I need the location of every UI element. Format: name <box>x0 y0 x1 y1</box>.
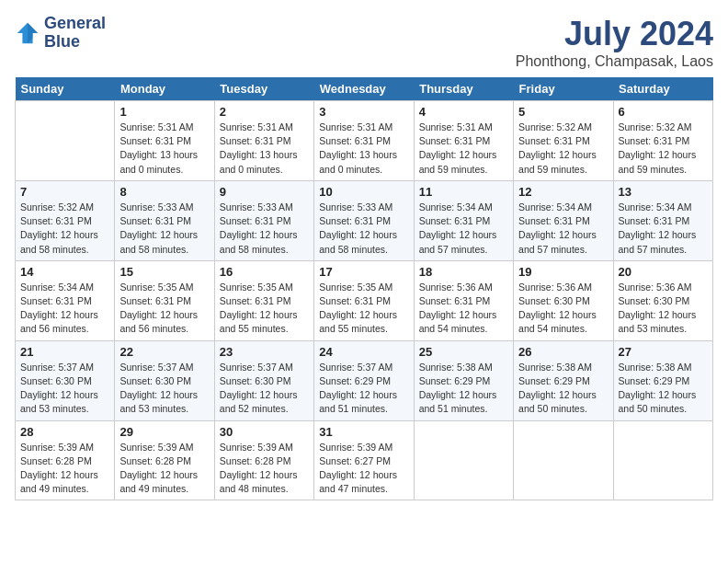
day-info: Sunrise: 5:34 AMSunset: 6:31 PMDaylight:… <box>20 281 109 337</box>
weekday-header: Saturday <box>613 77 712 101</box>
day-info: Sunrise: 5:33 AMSunset: 6:31 PMDaylight:… <box>119 201 209 257</box>
logo: General Blue <box>15 15 106 52</box>
calendar-cell: 23Sunrise: 5:37 AMSunset: 6:30 PMDayligh… <box>214 340 313 420</box>
day-info: Sunrise: 5:37 AMSunset: 6:30 PMDaylight:… <box>119 361 209 417</box>
day-number: 22 <box>119 345 209 359</box>
day-info: Sunrise: 5:31 AMSunset: 6:31 PMDaylight:… <box>119 121 209 177</box>
day-number: 13 <box>619 185 708 199</box>
calendar-cell <box>16 101 115 181</box>
day-number: 18 <box>419 265 508 279</box>
day-number: 15 <box>119 265 209 279</box>
calendar-cell: 3Sunrise: 5:31 AMSunset: 6:31 PMDaylight… <box>314 101 414 181</box>
day-number: 11 <box>419 185 508 199</box>
calendar-cell: 9Sunrise: 5:33 AMSunset: 6:31 PMDaylight… <box>214 180 313 260</box>
calendar-week-row: 1Sunrise: 5:31 AMSunset: 6:31 PMDaylight… <box>16 101 713 181</box>
logo-icon <box>15 20 40 46</box>
calendar-cell: 29Sunrise: 5:39 AMSunset: 6:28 PMDayligh… <box>115 420 214 500</box>
day-number: 16 <box>220 265 309 279</box>
calendar-cell: 25Sunrise: 5:38 AMSunset: 6:29 PMDayligh… <box>414 340 513 420</box>
calendar-cell: 17Sunrise: 5:35 AMSunset: 6:31 PMDayligh… <box>314 260 414 340</box>
day-info: Sunrise: 5:39 AMSunset: 6:28 PMDaylight:… <box>20 441 109 497</box>
calendar-cell: 8Sunrise: 5:33 AMSunset: 6:31 PMDaylight… <box>115 180 214 260</box>
day-info: Sunrise: 5:36 AMSunset: 6:31 PMDaylight:… <box>419 281 508 337</box>
day-number: 1 <box>119 105 209 119</box>
day-number: 7 <box>20 185 109 199</box>
day-number: 28 <box>20 425 109 439</box>
day-info: Sunrise: 5:35 AMSunset: 6:31 PMDaylight:… <box>220 281 309 337</box>
day-info: Sunrise: 5:38 AMSunset: 6:29 PMDaylight:… <box>419 361 508 417</box>
day-number: 29 <box>119 425 209 439</box>
calendar-cell: 13Sunrise: 5:34 AMSunset: 6:31 PMDayligh… <box>613 180 712 260</box>
day-number: 19 <box>518 265 608 279</box>
calendar-cell: 21Sunrise: 5:37 AMSunset: 6:30 PMDayligh… <box>16 340 115 420</box>
calendar-cell <box>414 420 513 500</box>
calendar-week-row: 14Sunrise: 5:34 AMSunset: 6:31 PMDayligh… <box>16 260 713 340</box>
weekday-header: Monday <box>115 77 214 101</box>
day-info: Sunrise: 5:34 AMSunset: 6:31 PMDaylight:… <box>619 201 708 257</box>
day-number: 31 <box>319 425 408 439</box>
calendar-week-row: 28Sunrise: 5:39 AMSunset: 6:28 PMDayligh… <box>16 420 713 500</box>
day-number: 3 <box>319 105 408 119</box>
calendar-cell: 27Sunrise: 5:38 AMSunset: 6:29 PMDayligh… <box>613 340 712 420</box>
weekday-header: Friday <box>514 77 613 101</box>
calendar-table: SundayMondayTuesdayWednesdayThursdayFrid… <box>15 77 713 500</box>
day-info: Sunrise: 5:31 AMSunset: 6:31 PMDaylight:… <box>220 121 309 177</box>
day-number: 14 <box>20 265 109 279</box>
day-number: 25 <box>419 345 508 359</box>
calendar-cell: 2Sunrise: 5:31 AMSunset: 6:31 PMDaylight… <box>214 101 313 181</box>
day-info: Sunrise: 5:31 AMSunset: 6:31 PMDaylight:… <box>319 121 408 177</box>
calendar-cell: 20Sunrise: 5:36 AMSunset: 6:30 PMDayligh… <box>613 260 712 340</box>
day-info: Sunrise: 5:36 AMSunset: 6:30 PMDaylight:… <box>518 281 608 337</box>
day-info: Sunrise: 5:37 AMSunset: 6:30 PMDaylight:… <box>20 361 109 417</box>
title-block: July 2024 Phonthong, Champasak, Laos <box>516 15 713 70</box>
day-number: 23 <box>220 345 309 359</box>
day-info: Sunrise: 5:35 AMSunset: 6:31 PMDaylight:… <box>119 281 209 337</box>
day-number: 9 <box>220 185 309 199</box>
day-number: 21 <box>20 345 109 359</box>
day-info: Sunrise: 5:31 AMSunset: 6:31 PMDaylight:… <box>419 121 508 177</box>
calendar-cell: 4Sunrise: 5:31 AMSunset: 6:31 PMDaylight… <box>414 101 513 181</box>
day-number: 17 <box>319 265 408 279</box>
day-number: 4 <box>419 105 508 119</box>
calendar-cell: 22Sunrise: 5:37 AMSunset: 6:30 PMDayligh… <box>115 340 214 420</box>
calendar-week-row: 7Sunrise: 5:32 AMSunset: 6:31 PMDaylight… <box>16 180 713 260</box>
day-number: 8 <box>119 185 209 199</box>
day-info: Sunrise: 5:38 AMSunset: 6:29 PMDaylight:… <box>518 361 608 417</box>
day-number: 6 <box>619 105 708 119</box>
calendar-cell: 18Sunrise: 5:36 AMSunset: 6:31 PMDayligh… <box>414 260 513 340</box>
weekday-header: Thursday <box>414 77 513 101</box>
day-info: Sunrise: 5:32 AMSunset: 6:31 PMDaylight:… <box>518 121 608 177</box>
calendar-cell: 19Sunrise: 5:36 AMSunset: 6:30 PMDayligh… <box>514 260 613 340</box>
page-header: General Blue July 2024 Phonthong, Champa… <box>15 15 713 70</box>
day-info: Sunrise: 5:36 AMSunset: 6:30 PMDaylight:… <box>619 281 708 337</box>
calendar-cell: 31Sunrise: 5:39 AMSunset: 6:27 PMDayligh… <box>314 420 414 500</box>
day-info: Sunrise: 5:33 AMSunset: 6:31 PMDaylight:… <box>319 201 408 257</box>
day-info: Sunrise: 5:32 AMSunset: 6:31 PMDaylight:… <box>20 201 109 257</box>
day-number: 12 <box>518 185 608 199</box>
calendar-cell: 5Sunrise: 5:32 AMSunset: 6:31 PMDaylight… <box>514 101 613 181</box>
day-number: 10 <box>319 185 408 199</box>
day-number: 26 <box>518 345 608 359</box>
location: Phonthong, Champasak, Laos <box>516 53 713 70</box>
day-info: Sunrise: 5:34 AMSunset: 6:31 PMDaylight:… <box>518 201 608 257</box>
calendar-cell: 6Sunrise: 5:32 AMSunset: 6:31 PMDaylight… <box>613 101 712 181</box>
day-info: Sunrise: 5:32 AMSunset: 6:31 PMDaylight:… <box>619 121 708 177</box>
day-number: 30 <box>220 425 309 439</box>
day-number: 5 <box>518 105 608 119</box>
day-number: 27 <box>619 345 708 359</box>
day-number: 24 <box>319 345 408 359</box>
calendar-cell: 10Sunrise: 5:33 AMSunset: 6:31 PMDayligh… <box>314 180 414 260</box>
calendar-cell: 14Sunrise: 5:34 AMSunset: 6:31 PMDayligh… <box>16 260 115 340</box>
calendar-cell <box>613 420 712 500</box>
weekday-header-row: SundayMondayTuesdayWednesdayThursdayFrid… <box>16 77 713 101</box>
day-number: 20 <box>619 265 708 279</box>
logo-text: General Blue <box>44 15 106 52</box>
calendar-cell: 15Sunrise: 5:35 AMSunset: 6:31 PMDayligh… <box>115 260 214 340</box>
calendar-cell: 28Sunrise: 5:39 AMSunset: 6:28 PMDayligh… <box>16 420 115 500</box>
day-info: Sunrise: 5:39 AMSunset: 6:27 PMDaylight:… <box>319 441 408 497</box>
calendar-cell <box>514 420 613 500</box>
calendar-week-row: 21Sunrise: 5:37 AMSunset: 6:30 PMDayligh… <box>16 340 713 420</box>
weekday-header: Sunday <box>16 77 115 101</box>
calendar-cell: 26Sunrise: 5:38 AMSunset: 6:29 PMDayligh… <box>514 340 613 420</box>
day-info: Sunrise: 5:34 AMSunset: 6:31 PMDaylight:… <box>419 201 508 257</box>
